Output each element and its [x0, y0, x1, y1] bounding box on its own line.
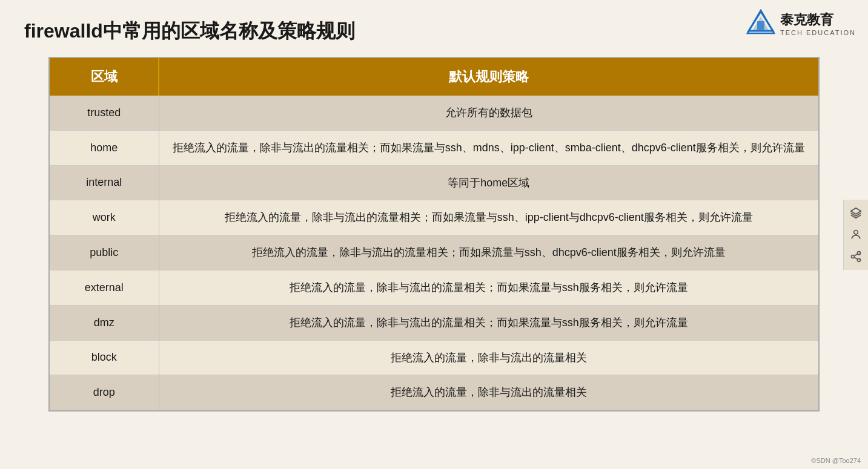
- policy-cell: 拒绝流入的流量，除非与流出的流量相关；而如果流量与ssh、mdns、ipp-cl…: [159, 130, 818, 165]
- table-row: dmz拒绝流入的流量，除非与流出的流量相关；而如果流量与ssh服务相关，则允许流…: [50, 305, 818, 340]
- table-row: trusted允许所有的数据包: [50, 96, 818, 130]
- table-row: work拒绝流入的流量，除非与流出的流量相关；而如果流量与ssh、ipp-cli…: [50, 200, 818, 235]
- zone-cell: external: [50, 270, 159, 305]
- header-zone: 区域: [50, 58, 159, 96]
- zone-cell: public: [50, 235, 159, 271]
- policy-cell: 拒绝流入的流量，除非与流出的流量相关；而如果流量与ssh、dhcpv6-clie…: [159, 235, 818, 271]
- zone-cell: home: [50, 130, 159, 165]
- svg-point-8: [858, 258, 861, 261]
- svg-point-6: [858, 251, 861, 254]
- person-icon: [850, 229, 862, 241]
- zone-cell: block: [50, 340, 159, 375]
- share-button[interactable]: [846, 247, 866, 266]
- table-row: block拒绝流入的流量，除非与流出的流量相关: [50, 340, 818, 375]
- person-button[interactable]: [846, 225, 866, 244]
- policy-cell: 拒绝流入的流量，除非与流出的流量相关: [159, 375, 818, 410]
- table-row: external拒绝流入的流量，除非与流出的流量相关；而如果流量与ssh服务相关…: [50, 270, 818, 305]
- policy-cell: 允许所有的数据包: [159, 96, 818, 130]
- policy-cell: 拒绝流入的流量，除非与流出的流量相关；而如果流量与ssh服务相关，则允许流量: [159, 305, 818, 340]
- logo-icon: [746, 9, 775, 38]
- logo-en-name: TECH EDUCATION: [780, 29, 856, 36]
- zone-cell: work: [50, 200, 159, 235]
- svg-point-5: [854, 230, 858, 234]
- sidebar-icons: [843, 200, 868, 270]
- logo-text: 泰克教育 TECH EDUCATION: [780, 11, 856, 36]
- zone-cell: dmz: [50, 305, 159, 340]
- table-header-row: 区域 默认规则策略: [50, 58, 818, 96]
- logo-cn-name: 泰克教育: [780, 11, 833, 29]
- policy-cell: 等同于home区域: [159, 165, 818, 200]
- page-title: firewalld中常用的区域名称及策略规则: [0, 0, 868, 57]
- svg-line-9: [854, 257, 858, 259]
- table-row: internal等同于home区域: [50, 165, 818, 200]
- layers-icon: [850, 207, 862, 219]
- header-policy: 默认规则策略: [159, 58, 818, 96]
- layers-button[interactable]: [846, 203, 866, 223]
- policy-cell: 拒绝流入的流量，除非与流出的流量相关；而如果流量与ssh、ipp-client与…: [159, 200, 818, 235]
- table-row: home拒绝流入的流量，除非与流出的流量相关；而如果流量与ssh、mdns、ip…: [50, 130, 818, 165]
- table-row: drop拒绝流入的流量，除非与流出的流量相关: [50, 375, 818, 410]
- policy-cell: 拒绝流入的流量，除非与流出的流量相关: [159, 340, 818, 375]
- logo-area: 泰克教育 TECH EDUCATION: [746, 9, 856, 38]
- svg-line-10: [854, 254, 858, 255]
- zone-cell: trusted: [50, 96, 159, 130]
- policy-cell: 拒绝流入的流量，除非与流出的流量相关；而如果流量与ssh服务相关，则允许流量: [159, 270, 818, 305]
- svg-point-7: [852, 255, 855, 258]
- firewalld-table: 区域 默认规则策略 trusted允许所有的数据包home拒绝流入的流量，除非与…: [50, 58, 818, 410]
- zone-cell: drop: [50, 375, 159, 410]
- watermark: ©SDN @Too274: [811, 457, 861, 464]
- firewalld-table-container: 区域 默认规则策略 trusted允许所有的数据包home拒绝流入的流量，除非与…: [48, 57, 820, 412]
- share-icon: [850, 251, 862, 263]
- table-row: public拒绝流入的流量，除非与流出的流量相关；而如果流量与ssh、dhcpv…: [50, 235, 818, 271]
- svg-marker-4: [851, 208, 861, 214]
- svg-rect-2: [757, 21, 764, 30]
- zone-cell: internal: [50, 165, 159, 200]
- table-body: trusted允许所有的数据包home拒绝流入的流量，除非与流出的流量相关；而如…: [50, 96, 818, 410]
